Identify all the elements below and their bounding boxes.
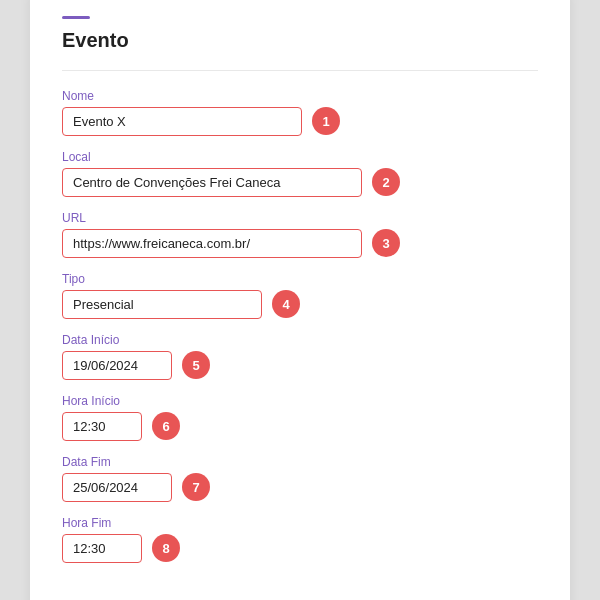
tipo-row: 4 xyxy=(62,290,538,319)
hora-fim-group: Hora Fim 8 xyxy=(62,516,538,563)
nome-group: Nome 1 xyxy=(62,89,538,136)
hora-fim-row: 8 xyxy=(62,534,538,563)
hora-inicio-label: Hora Início xyxy=(62,394,538,408)
card-title: Evento xyxy=(62,29,538,52)
data-inicio-input[interactable] xyxy=(62,351,172,380)
tipo-label: Tipo xyxy=(62,272,538,286)
tipo-group: Tipo 4 xyxy=(62,272,538,319)
nome-badge: 1 xyxy=(312,107,340,135)
hora-inicio-input[interactable] xyxy=(62,412,142,441)
hora-fim-label: Hora Fim xyxy=(62,516,538,530)
local-input[interactable] xyxy=(62,168,362,197)
data-fim-label: Data Fim xyxy=(62,455,538,469)
local-label: Local xyxy=(62,150,538,164)
data-fim-input[interactable] xyxy=(62,473,172,502)
data-fim-group: Data Fim 7 xyxy=(62,455,538,502)
url-badge: 3 xyxy=(372,229,400,257)
data-inicio-label: Data Início xyxy=(62,333,538,347)
data-inicio-group: Data Início 5 xyxy=(62,333,538,380)
nome-row: 1 xyxy=(62,107,538,136)
hora-inicio-row: 6 xyxy=(62,412,538,441)
url-group: URL 3 xyxy=(62,211,538,258)
data-fim-row: 7 xyxy=(62,473,538,502)
nome-input[interactable] xyxy=(62,107,302,136)
tipo-badge: 4 xyxy=(272,290,300,318)
tipo-input[interactable] xyxy=(62,290,262,319)
card-accent xyxy=(62,16,90,19)
divider xyxy=(62,70,538,71)
data-inicio-badge: 5 xyxy=(182,351,210,379)
url-label: URL xyxy=(62,211,538,225)
hora-inicio-group: Hora Início 6 xyxy=(62,394,538,441)
url-row: 3 xyxy=(62,229,538,258)
data-fim-badge: 7 xyxy=(182,473,210,501)
local-badge: 2 xyxy=(372,168,400,196)
hora-inicio-badge: 6 xyxy=(152,412,180,440)
hora-fim-input[interactable] xyxy=(62,534,142,563)
local-row: 2 xyxy=(62,168,538,197)
data-inicio-row: 5 xyxy=(62,351,538,380)
event-card: Evento Nome 1 Local 2 URL 3 Tipo 4 Dat xyxy=(30,0,570,600)
local-group: Local 2 xyxy=(62,150,538,197)
hora-fim-badge: 8 xyxy=(152,534,180,562)
url-input[interactable] xyxy=(62,229,362,258)
nome-label: Nome xyxy=(62,89,538,103)
